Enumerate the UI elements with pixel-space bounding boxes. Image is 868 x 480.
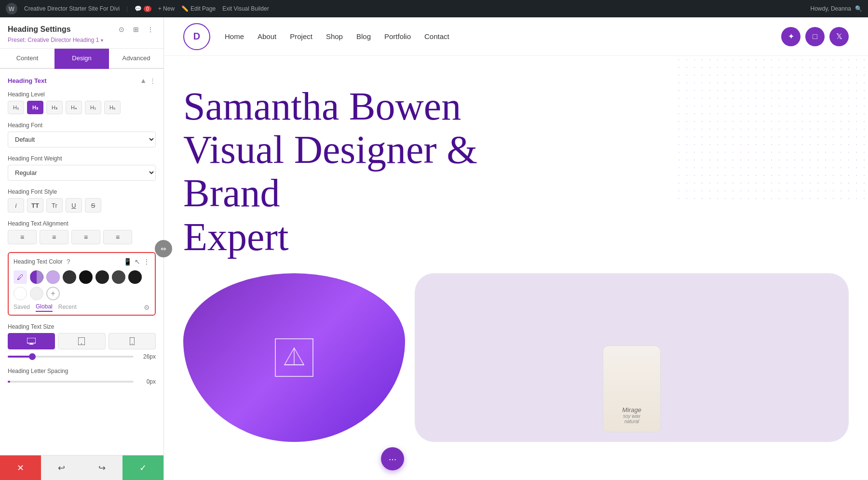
exit-visual-builder-button[interactable]: Exit Visual Builder	[222, 5, 269, 12]
dot-pattern	[675, 56, 868, 200]
color-cursor-icon[interactable]: ↖	[135, 258, 140, 266]
site-name: Creative Director Starter Site For Divi	[24, 5, 120, 12]
tab-content[interactable]: Content	[0, 49, 54, 69]
undo-button[interactable]: ↩	[41, 455, 82, 480]
color-responsive-icon[interactable]: 📱	[123, 258, 132, 266]
svg-rect-1	[30, 343, 33, 344]
drag-handle[interactable]: ⇔	[155, 240, 172, 257]
add-color-btn[interactable]: +	[46, 287, 60, 300]
tab-advanced[interactable]: Advanced	[109, 49, 163, 69]
nav-portfolio[interactable]: Portfolio	[384, 32, 411, 40]
heading-font-group: Heading Font Default Serif Sans-serif	[8, 122, 156, 147]
size-slider-value: 26px	[138, 353, 156, 360]
swatch-white[interactable]	[14, 287, 27, 300]
color-tabs: Saved Global Recent ⚙	[14, 303, 150, 312]
color-section-label: Heading Text Color	[14, 258, 63, 265]
panel-preset[interactable]: Preset: Creative Director Heading 1 ▾	[8, 37, 156, 43]
heading-color-section: Heading Text Color ? 📱 ↖ ⋮ 🖊	[8, 252, 156, 316]
drag-icon: ⇔	[161, 245, 166, 253]
nav-project[interactable]: Project	[290, 32, 312, 40]
color-more-icon[interactable]: ⋮	[143, 258, 150, 266]
new-button[interactable]: + New	[158, 5, 175, 12]
swatch-charcoal[interactable]	[112, 270, 125, 284]
comment-count: 0	[144, 6, 151, 12]
heading-font-select[interactable]: Default Serif Sans-serif	[8, 132, 156, 147]
uppercase-style-btn[interactable]: TT	[27, 198, 43, 213]
swatch-dark2[interactable]	[95, 270, 109, 284]
search-icon[interactable]: 🔍	[855, 5, 862, 12]
underline-style-btn[interactable]: U	[66, 198, 82, 213]
dribbble-icon[interactable]: ✦	[781, 27, 800, 46]
svg-point-6	[132, 344, 133, 345]
heading-h2-btn[interactable]: H₂	[27, 101, 43, 114]
redo-button[interactable]: ↪	[82, 455, 123, 480]
align-right-btn[interactable]: ≡	[71, 230, 100, 244]
eyedropper-btn[interactable]: 🖊	[14, 270, 27, 284]
image-cards: Mirage soy waxnatural	[164, 273, 868, 442]
swatch-dark-gray[interactable]	[63, 270, 76, 284]
admin-bar-left: W Creative Director Starter Site For Div…	[6, 3, 804, 14]
align-center-btn[interactable]: ≡	[40, 230, 68, 244]
wordpress-icon[interactable]: W	[6, 3, 17, 14]
heading-h5-btn[interactable]: H₅	[85, 101, 101, 114]
swatch-black1[interactable]	[79, 270, 93, 284]
heading-h3-btn[interactable]: H₃	[46, 101, 63, 114]
heading-h6-btn[interactable]: H₆	[104, 101, 121, 114]
preset-arrow-icon: ▾	[101, 38, 103, 43]
fab-button[interactable]: ···	[381, 447, 404, 470]
nav-about[interactable]: About	[258, 32, 276, 40]
color-tab-global[interactable]: Global	[36, 303, 53, 312]
cancel-icon: ✕	[17, 463, 24, 473]
heading-level-group: Heading Level H₁ H₂ H₃ H₄ H₅ H₆	[8, 91, 156, 114]
tab-design[interactable]: Design	[54, 49, 109, 69]
panel-footer: ✕ ↩ ↪ ✓	[0, 455, 163, 480]
panel-content: Heading Text ▲ ⋮ Heading Level H₁ H₂ H₃ …	[0, 69, 163, 455]
comment-button[interactable]: 💬 0	[135, 5, 151, 12]
align-justify-btn[interactable]: ≡	[103, 230, 132, 244]
color-settings-icon[interactable]: ⚙	[144, 304, 150, 311]
hero-image-right: Mirage soy waxnatural	[415, 273, 849, 442]
color-tab-recent[interactable]: Recent	[58, 304, 77, 311]
panel-grid-icon[interactable]: ⊞	[131, 24, 141, 35]
align-left-btn[interactable]: ≡	[8, 230, 37, 244]
save-button[interactable]: ✓	[122, 455, 163, 480]
swatch-dark3[interactable]	[128, 270, 142, 284]
heading-h1-btn[interactable]: H₁	[8, 101, 24, 114]
section-more-icon[interactable]: ⋮	[149, 77, 156, 84]
candle-subtitle: soy waxnatural	[623, 413, 640, 424]
italic-style-btn[interactable]: i	[8, 198, 24, 213]
nav-shop[interactable]: Shop	[326, 32, 343, 40]
site-header-icons: ✦ □ 𝕏	[781, 27, 849, 46]
undo-icon: ↩	[58, 463, 65, 473]
nav-contact[interactable]: Contact	[424, 32, 449, 40]
color-help-icon[interactable]: ?	[67, 258, 70, 266]
capitalize-style-btn[interactable]: Tr	[46, 198, 63, 213]
swatch-light-purple[interactable]	[46, 270, 60, 284]
size-mobile-btn[interactable]	[108, 333, 156, 349]
panel-more-icon[interactable]: ⋮	[145, 24, 156, 35]
heading-font-weight-group: Heading Font Weight Regular Thin Light M…	[8, 155, 156, 181]
size-responsive-buttons	[8, 333, 156, 349]
swatch-light-gray[interactable]	[30, 287, 43, 300]
twitter-icon[interactable]: 𝕏	[829, 27, 849, 46]
strikethrough-style-btn[interactable]: S	[85, 198, 101, 213]
letter-spacing-value: 0px	[138, 378, 156, 385]
color-tab-saved[interactable]: Saved	[14, 304, 30, 311]
hero-section: Samantha Bowen Visual Designer & Brand E…	[164, 56, 868, 259]
nav-home[interactable]: Home	[225, 32, 244, 40]
panel-settings-icon[interactable]: ⊙	[116, 24, 127, 35]
collapse-icon[interactable]: ▲	[140, 77, 147, 84]
section-title: Heading Text	[8, 77, 47, 84]
heading-font-weight-select[interactable]: Regular Thin Light Medium Bold	[8, 165, 156, 181]
size-slider-thumb[interactable]	[29, 353, 36, 360]
swatch-purple[interactable]	[30, 270, 43, 284]
size-tablet-btn[interactable]	[58, 333, 105, 349]
heading-h4-btn[interactable]: H₄	[66, 101, 82, 114]
size-desktop-btn[interactable]	[8, 333, 55, 349]
svg-point-4	[81, 344, 82, 345]
comment-icon: 💬	[135, 5, 142, 12]
cancel-button[interactable]: ✕	[0, 455, 41, 480]
instagram-icon[interactable]: □	[805, 27, 825, 46]
edit-page-button[interactable]: ✏️ Edit Page	[181, 5, 216, 12]
nav-blog[interactable]: Blog	[356, 32, 371, 40]
